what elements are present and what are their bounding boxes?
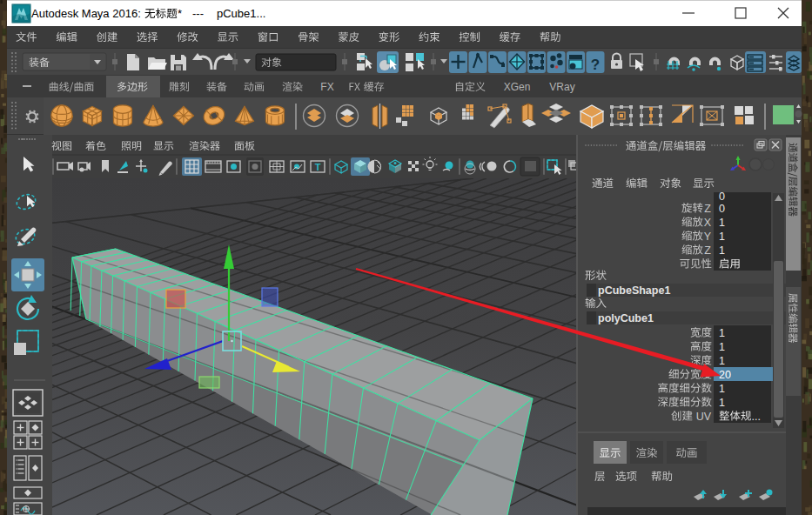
- svg-text:Z: Z: [704, 203, 711, 215]
- svg-text:*: *: [178, 7, 182, 20]
- svg-text:XGen: XGen: [504, 81, 531, 93]
- svg-text:1: 1: [719, 244, 725, 257]
- svg-text:X: X: [704, 217, 712, 229]
- svg-text:Z: Z: [704, 244, 711, 257]
- svg-text:1: 1: [719, 341, 725, 353]
- svg-text:0: 0: [719, 191, 725, 203]
- svg-text:20: 20: [719, 369, 731, 381]
- svg-text:0: 0: [719, 203, 725, 215]
- svg-text:pCube1...: pCube1...: [217, 7, 265, 20]
- svg-text:?: ?: [591, 57, 600, 73]
- svg-text:Y: Y: [704, 231, 712, 243]
- svg-text:1: 1: [719, 355, 725, 367]
- svg-text:polyCube1: polyCube1: [598, 312, 654, 324]
- svg-text:T: T: [315, 162, 321, 172]
- svg-text:1: 1: [719, 327, 725, 339]
- svg-text:VRay: VRay: [549, 81, 574, 93]
- svg-text:1: 1: [719, 383, 725, 395]
- svg-text:1: 1: [719, 217, 725, 229]
- svg-text:FX: FX: [320, 81, 333, 93]
- svg-text:1: 1: [719, 397, 725, 409]
- svg-text:---: ---: [192, 7, 204, 20]
- svg-text:UV: UV: [696, 411, 712, 423]
- svg-text:pCubeShape1: pCubeShape1: [598, 284, 670, 297]
- svg-text:...: ...: [752, 411, 761, 423]
- svg-text:Autodesk Maya 2016:: Autodesk Maya 2016:: [31, 7, 141, 20]
- svg-text:1: 1: [719, 231, 725, 243]
